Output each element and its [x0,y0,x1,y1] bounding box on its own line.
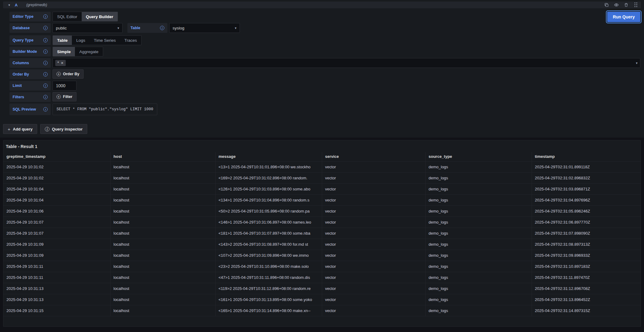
table-cell: vector [322,183,425,194]
columns-multiselect[interactable]: * ✕ ▾ [53,58,640,68]
sql-preview-label: SQL Preview i [10,104,51,115]
info-icon[interactable]: i [43,14,48,19]
chevron-down-icon[interactable]: ▾ [636,61,638,65]
table-cell: demo_logs [425,172,532,183]
table-cell: 2025-04-29T02:31:14.897315Z [532,305,641,316]
column-header-host[interactable]: host [110,152,215,161]
drag-handle-icon[interactable] [634,2,638,7]
table-row: 2025-04-29 10:31:13localhost<161>1 2025-… [3,294,641,305]
table-cell: localhost [110,183,215,194]
table-row: 2025-04-29 10:31:13localhost<119>2 2025-… [3,283,641,294]
column-chip: * ✕ [55,60,66,66]
info-icon[interactable]: i [160,26,164,30]
chevron-down-icon: ▾ [235,26,236,30]
results-header-row: greptime_timestamphostmessageservicesour… [3,152,641,161]
copy-icon[interactable] [604,2,609,7]
table-cell: localhost [110,217,215,228]
eye-icon[interactable] [614,2,619,7]
info-icon[interactable]: i [43,61,48,65]
info-icon[interactable]: i [43,84,48,88]
database-table-row: Database i public ▾ Table i syslog ▾ [10,23,640,33]
radio-option-traces[interactable]: Traces [120,36,141,45]
table-cell: demo_logs [425,261,532,272]
table-cell: <181>1 2025-04-29T10:31:07.897+08:00 som… [215,228,322,239]
info-icon[interactable]: i [43,107,48,111]
builder-mode-radio-group: SimpleAggregate [53,47,103,57]
add-query-button[interactable]: + Add query [3,124,37,134]
table-cell: localhost [110,228,215,239]
table-cell: vector [322,239,425,250]
info-icon[interactable]: i [43,38,48,42]
table-label: Table i [127,23,167,33]
editor-type-radio-group: SQL EditorQuery Builder [53,12,118,21]
table-cell: demo_logs [425,272,532,283]
radio-option-aggregate[interactable]: Aggregate [75,47,103,56]
info-icon[interactable]: i [43,72,48,76]
results-table: greptime_timestamphostmessageservicesour… [3,152,641,316]
query-inspector-button[interactable]: i Query inspector [40,124,87,134]
table-cell: <169>2 2025-04-29T10:31:02.896+08:00 ran… [215,172,322,183]
column-header-message[interactable]: message [215,152,322,161]
query-header-actions [604,2,638,7]
table-cell: 2025-04-29 10:31:02 [3,172,110,183]
limit-label: Limit i [10,81,51,91]
table-cell: vector [322,228,425,239]
column-header-greptime_timestamp[interactable]: greptime_timestamp [3,152,110,161]
table-cell: vector [322,272,425,283]
add-order-by-button[interactable]: + Order By [53,69,84,79]
radio-option-query-builder[interactable]: Query Builder [82,12,118,21]
query-type-radio-group: TableLogsTime SeriesTraces [53,35,142,45]
radio-option-table[interactable]: Table [53,36,72,45]
table-cell: demo_logs [425,305,532,316]
table-cell: 2025-04-29T02:31:04.897696Z [532,194,641,205]
info-icon[interactable]: i [43,49,48,54]
table-cell: <143>2 2025-04-29T10:31:08.897+08:00 for… [215,239,322,250]
info-icon[interactable]: i [43,26,48,30]
limit-input[interactable] [53,81,76,91]
table-row: 2025-04-29 10:31:15localhost<165>1 2025-… [3,305,641,316]
limit-row: Limit i [10,81,640,91]
database-select[interactable]: public ▾ [53,23,123,33]
grafana-query-editor-screen: ▾ A (greptimedb) [0,0,644,332]
chevron-down-icon[interactable]: ▾ [6,3,13,7]
order-by-row: Order By i + Order By [10,69,640,79]
table-cell: 2025-04-29T02:31:07.898090Z [532,228,641,239]
table-cell: vector [322,305,425,316]
columns-label: Columns i [10,58,51,68]
column-header-timestamp[interactable]: timestamp [532,152,641,161]
radio-option-sql-editor[interactable]: SQL Editor [53,12,82,21]
table-row: 2025-04-29 10:31:11localhost<47>1 2025-0… [3,272,641,283]
table-cell: localhost [110,205,215,217]
radio-option-logs[interactable]: Logs [72,36,89,45]
table-cell: demo_logs [425,205,532,217]
table-cell: 2025-04-29T02:31:08.897313Z [532,239,641,250]
table-select[interactable]: syslog ▾ [169,23,240,33]
close-icon[interactable]: ✕ [61,61,64,65]
table-cell: 2025-04-29 10:31:15 [3,305,110,316]
table-cell: 2025-04-29T02:31:02.896832Z [532,172,641,183]
trash-icon[interactable] [624,2,629,7]
column-header-source_type[interactable]: source_type [425,152,532,161]
table-cell: 2025-04-29T02:31:11.897470Z [532,272,641,283]
sql-preview-row: SQL Preview i SELECT * FROM "public"."sy… [10,104,640,115]
table-cell: 2025-04-29 10:31:09 [3,250,110,261]
table-cell: <146>1 2025-04-29T10:31:06.897+08:00 nam… [215,217,322,228]
table-cell: 2025-04-29 10:31:04 [3,183,110,194]
table-row: 2025-04-29 10:31:04localhost<134>1 2025-… [3,194,641,205]
column-header-service[interactable]: service [322,152,425,161]
plus-icon: + [8,127,10,132]
table-cell: <161>1 2025-04-29T10:31:13.895+08:00 som… [215,294,322,305]
table-cell: localhost [110,272,215,283]
table-cell: 2025-04-29T02:31:05.896246Z [532,205,641,217]
info-icon[interactable]: i [43,95,48,99]
table-cell: demo_logs [425,294,532,305]
table-cell: localhost [110,239,215,250]
radio-option-simple[interactable]: Simple [53,47,75,56]
table-cell: 2025-04-29 10:31:11 [3,272,110,283]
add-filter-button[interactable]: + Filter [53,92,76,101]
table-cell: localhost [110,172,215,183]
query-ref-id[interactable]: A [15,3,18,7]
radio-option-time-series[interactable]: Time Series [90,36,120,45]
table-cell: vector [322,250,425,261]
table-cell: localhost [110,261,215,272]
